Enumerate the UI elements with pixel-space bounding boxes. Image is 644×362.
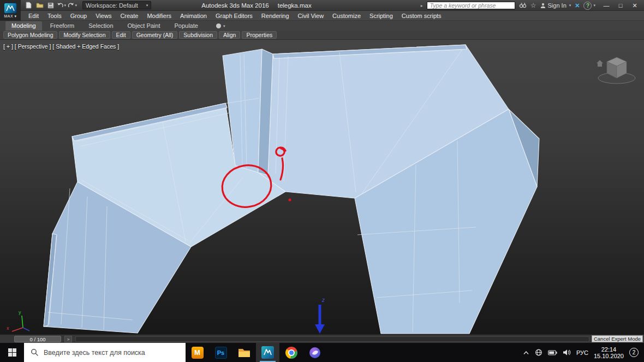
tab-selection[interactable]: Selection bbox=[82, 21, 119, 31]
viewport[interactable]: [ + ] [ Perspective ] [ Shaded + Edged F… bbox=[0, 40, 644, 334]
panel-align[interactable]: Align bbox=[219, 31, 240, 39]
menu-edit[interactable]: Edit bbox=[24, 11, 43, 21]
tab-object-paint[interactable]: Object Paint bbox=[122, 21, 166, 31]
taskbar-search-input[interactable] bbox=[44, 349, 175, 357]
viewport-label: [ + ] [ Perspective ] [ Shaded + Edged F… bbox=[3, 43, 119, 50]
panel-properties[interactable]: Properties bbox=[242, 31, 277, 39]
taskbar-mail-app[interactable]: M bbox=[186, 343, 209, 362]
time-slider-track[interactable] bbox=[75, 336, 589, 342]
next-frame-button[interactable]: > bbox=[64, 336, 72, 342]
save-icon[interactable] bbox=[46, 1, 55, 9]
menu-modifiers[interactable]: Modifiers bbox=[142, 11, 176, 21]
sign-in-label: Sign In bbox=[548, 2, 567, 9]
media-app-icon bbox=[309, 347, 321, 359]
taskbar-chrome-app[interactable] bbox=[279, 343, 303, 362]
help-icon: ? bbox=[583, 2, 592, 10]
viewport-menu-shading[interactable]: [ Shaded + Edged Faces ] bbox=[52, 43, 119, 50]
help-menu[interactable]: ? ▾ bbox=[583, 2, 595, 10]
model-telegka[interactable] bbox=[44, 45, 539, 334]
workspace-label: Workspace: Default bbox=[86, 2, 138, 9]
undo-caret-icon[interactable]: ▾ bbox=[64, 3, 66, 8]
search-binoculars-icon[interactable] bbox=[519, 2, 527, 9]
taskbar-photoshop-app[interactable]: Ps bbox=[209, 343, 232, 362]
ribbon-panel-bar: Polygon Modeling Modify Selection Edit G… bbox=[0, 31, 644, 40]
title-bar: ▾ ▾ Workspace: Default ▾ Autodesk 3ds Ma… bbox=[0, 0, 644, 11]
annotation-dot bbox=[288, 198, 291, 201]
redo-icon[interactable]: ▾ bbox=[68, 1, 77, 9]
minimize-button[interactable]: — bbox=[599, 0, 613, 11]
sign-in-caret-icon: ▾ bbox=[569, 3, 571, 8]
photoshop-icon: Ps bbox=[215, 347, 227, 359]
window-title: Autodesk 3ds Max 2016 telegka.max bbox=[136, 0, 377, 11]
taskbar-file-explorer[interactable] bbox=[232, 343, 256, 362]
help-caret-icon: ▾ bbox=[593, 3, 595, 8]
3dsmax-app-button[interactable]: MAX ▾ bbox=[0, 0, 21, 21]
3dsmax-taskbar-icon bbox=[261, 346, 274, 359]
taskbar-media-app[interactable] bbox=[303, 343, 326, 362]
world-axis-gizmo: y x bbox=[7, 310, 29, 331]
3dsmax-logo-icon bbox=[4, 3, 17, 14]
menu-graph-editors[interactable]: Graph Editors bbox=[211, 11, 257, 21]
menu-create[interactable]: Create bbox=[116, 11, 142, 21]
view-cube[interactable] bbox=[597, 57, 635, 84]
menu-group[interactable]: Group bbox=[66, 11, 92, 21]
menu-views[interactable]: Views bbox=[91, 11, 116, 21]
taskbar-search[interactable] bbox=[24, 343, 186, 362]
menu-customize[interactable]: Customize bbox=[328, 11, 365, 21]
cancel-expert-mode-button[interactable]: Cancel Expert Mode bbox=[592, 335, 643, 342]
panel-modify-selection[interactable]: Modify Selection bbox=[59, 31, 110, 39]
quick-access-toolbar: ▾ ▾ bbox=[24, 1, 77, 9]
battery-icon[interactable] bbox=[548, 350, 557, 355]
menu-scripting[interactable]: Scripting bbox=[365, 11, 397, 21]
start-button[interactable] bbox=[0, 343, 24, 362]
menu-tools[interactable]: Tools bbox=[43, 11, 66, 21]
a360-community-icon[interactable]: ✕ bbox=[575, 2, 580, 9]
panel-geometry-all[interactable]: Geometry (All) bbox=[132, 31, 178, 39]
panel-edit[interactable]: Edit bbox=[112, 31, 130, 39]
menu-civil-view[interactable]: Civil View bbox=[294, 11, 328, 21]
ribbon-display-toggle[interactable]: ▾ bbox=[216, 21, 225, 31]
home-icon[interactable] bbox=[597, 60, 603, 67]
app-button-label: MAX ▾ bbox=[4, 14, 16, 19]
keyword-search-input[interactable] bbox=[427, 2, 515, 9]
search-icon bbox=[31, 348, 39, 357]
panel-polygon-modeling[interactable]: Polygon Modeling bbox=[3, 31, 57, 39]
favorites-star-icon[interactable]: ☆ bbox=[530, 2, 536, 9]
menu-custom-scripts[interactable]: Custom scripts bbox=[397, 11, 446, 21]
user-icon bbox=[540, 3, 546, 9]
axis-y-label: y bbox=[19, 310, 21, 315]
undo-icon[interactable]: ▾ bbox=[57, 1, 66, 9]
time-slider-bar: 0 / 100 > Cancel Expert Mode bbox=[0, 334, 644, 343]
gizmo-z-label: z bbox=[321, 297, 325, 303]
language-indicator[interactable]: РУС bbox=[576, 349, 588, 356]
panel-subdivision[interactable]: Subdivision bbox=[179, 31, 217, 39]
windows-taskbar: M Ps bbox=[0, 343, 644, 362]
taskbar-3dsmax-app[interactable] bbox=[256, 343, 279, 362]
taskbar-clock[interactable]: 22:14 15.10.2020 bbox=[594, 346, 624, 359]
viewport-canvas[interactable]: y x z bbox=[0, 40, 644, 334]
tray-expand-icon[interactable] bbox=[523, 351, 529, 355]
close-button[interactable]: ✕ bbox=[628, 0, 642, 11]
notification-badge[interactable]: 2 bbox=[629, 348, 639, 357]
menu-animation[interactable]: Animation bbox=[176, 11, 211, 21]
ribbon-toggle-caret-icon: ▾ bbox=[223, 24, 225, 28]
windows-logo-icon bbox=[8, 348, 16, 357]
tab-modeling[interactable]: Modeling bbox=[5, 21, 42, 31]
infocenter-collapse-icon[interactable]: ▸ bbox=[421, 3, 423, 8]
redo-caret-icon[interactable]: ▾ bbox=[75, 3, 77, 8]
tab-freeform[interactable]: Freeform bbox=[44, 21, 81, 31]
viewport-menu-view[interactable]: [ Perspective ] bbox=[15, 43, 51, 50]
tab-populate[interactable]: Populate bbox=[168, 21, 204, 31]
time-slider-thumb[interactable]: 0 / 100 bbox=[14, 336, 61, 342]
sign-in-button[interactable]: Sign In ▾ bbox=[540, 2, 571, 9]
viewport-menu-plus[interactable]: [ + ] bbox=[3, 43, 13, 50]
open-file-icon[interactable] bbox=[35, 1, 44, 9]
maximize-button[interactable]: □ bbox=[613, 0, 628, 11]
network-icon[interactable] bbox=[535, 349, 542, 356]
menu-bar: Edit Tools Group Views Create Modifiers … bbox=[0, 11, 644, 21]
new-file-icon[interactable] bbox=[24, 1, 33, 9]
speaker-icon[interactable] bbox=[563, 349, 571, 356]
menu-rendering[interactable]: Rendering bbox=[257, 11, 294, 21]
gizmo-z-arrow[interactable]: z bbox=[315, 297, 325, 334]
document-name: telegka.max bbox=[278, 2, 312, 9]
